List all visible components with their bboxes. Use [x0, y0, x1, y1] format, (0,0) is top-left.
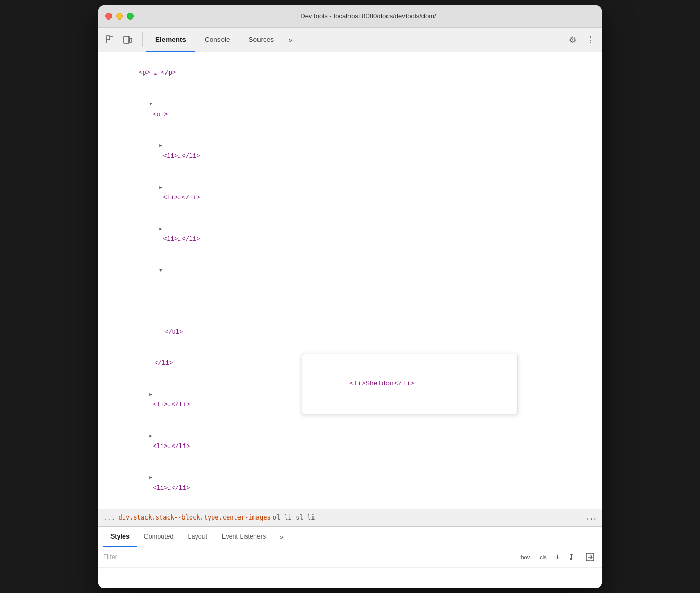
- dom-ellipsis: …: [150, 69, 161, 77]
- dom-tag: </li>: [181, 194, 200, 201]
- expand-triangle[interactable]: [149, 390, 152, 400]
- svg-rect-0: [106, 36, 110, 40]
- devtools-window: DevTools - localhost:8080/docs/devtools/…: [98, 5, 602, 588]
- breadcrumb-item-ol[interactable]: ol: [273, 514, 280, 521]
- breadcrumb-item-li2[interactable]: li: [307, 514, 315, 521]
- dom-tag: <li>: [149, 401, 168, 409]
- cursor-icon: [105, 35, 115, 44]
- dom-tag: <li>: [149, 443, 168, 450]
- dom-line[interactable]: <li>…</li>: [106, 172, 594, 213]
- sub-tab-layout[interactable]: Layout: [181, 527, 215, 547]
- main-tabs: Elements Console Sources »: [146, 27, 565, 52]
- tab-console[interactable]: Console: [195, 27, 240, 52]
- toolbar-icons: [102, 32, 135, 47]
- svg-rect-2: [130, 38, 132, 42]
- dom-line-editable[interactable]: <li>Sheldon</li>: [106, 255, 594, 317]
- dom-tag-open: <li>: [349, 380, 365, 387]
- filter-input[interactable]: [103, 553, 513, 561]
- more-options-button[interactable]: ⋮: [582, 32, 598, 47]
- filter-bar: :hov .cls +: [98, 547, 602, 568]
- dom-tag: <li>: [159, 236, 178, 243]
- traffic-lights: [105, 13, 134, 20]
- edit-popup[interactable]: <li>Sheldon</li>: [302, 354, 518, 414]
- breadcrumb-bar: ... div.stack.stack--block.type.center-i…: [98, 509, 602, 527]
- paint-brush-button[interactable]: [566, 550, 579, 564]
- paint-icon: [568, 553, 577, 561]
- more-tabs-button[interactable]: »: [283, 32, 298, 47]
- sub-tabs: Styles Computed Layout Event Listeners »: [98, 527, 602, 547]
- expand-triangle[interactable]: [159, 266, 162, 276]
- sub-tab-styles[interactable]: Styles: [103, 527, 137, 547]
- vertical-dots-icon: ⋮: [586, 35, 594, 45]
- dom-tag: </li>: [181, 236, 200, 243]
- dom-tag: </p>: [161, 69, 176, 77]
- dom-tag: </li>: [181, 153, 200, 160]
- inspect-element-button[interactable]: [102, 32, 118, 47]
- dom-line[interactable]: <li>…</li>: [106, 420, 594, 462]
- device-icon: [123, 35, 132, 44]
- dom-tag: <ul>: [149, 111, 168, 118]
- dom-tag-close: </li>: [394, 380, 414, 387]
- breadcrumb-item-li1[interactable]: li: [284, 514, 291, 521]
- dom-line[interactable]: </ul>: [106, 317, 594, 348]
- device-toolbar-button[interactable]: [120, 32, 135, 47]
- toolbar-divider: [142, 32, 143, 47]
- minimize-button[interactable]: [116, 13, 123, 20]
- sub-tab-computed[interactable]: Computed: [137, 527, 181, 547]
- devtools-toolbar: Elements Console Sources » ⚙ ⋮: [98, 28, 602, 52]
- dom-line[interactable]: <li>…</li>: [106, 462, 594, 504]
- breadcrumb-item-ul[interactable]: ul: [296, 514, 303, 521]
- dom-line[interactable]: <ul>: [106, 88, 594, 130]
- dom-tag: <p>: [139, 69, 150, 77]
- window-title: DevTools - localhost:8080/docs/devtools/…: [142, 12, 595, 20]
- settings-button[interactable]: ⚙: [565, 32, 580, 47]
- breadcrumb-more[interactable]: ...: [103, 514, 115, 522]
- expand-triangle[interactable]: [159, 182, 162, 193]
- gear-icon: ⚙: [569, 35, 576, 45]
- close-button[interactable]: [105, 13, 112, 20]
- svg-rect-1: [124, 36, 129, 43]
- titlebar: DevTools - localhost:8080/docs/devtools/…: [98, 5, 602, 28]
- expand-triangle[interactable]: [159, 224, 162, 234]
- dom-tag: </li>: [171, 443, 190, 450]
- tab-sources[interactable]: Sources: [240, 27, 284, 52]
- add-style-button[interactable]: +: [553, 551, 562, 563]
- dom-tag: </li>: [171, 485, 190, 492]
- sub-tab-event-listeners[interactable]: Event Listeners: [214, 527, 273, 547]
- edit-text: Sheldon: [365, 380, 394, 387]
- dom-line[interactable]: <p> … </p>: [106, 58, 594, 88]
- expand-triangle[interactable]: [159, 141, 162, 151]
- dom-tag: </li>: [154, 360, 173, 367]
- toolbar-right: ⚙ ⋮: [565, 32, 598, 47]
- hov-button[interactable]: :hov: [517, 553, 532, 561]
- edit-popup-content: <li>Sheldon</li>: [309, 380, 414, 398]
- cls-button[interactable]: .cls: [536, 553, 549, 561]
- dom-tree-area: <p> … </p> <ul> <li>…</li> <li>…</li> <l…: [98, 52, 602, 509]
- breadcrumb-trailing-dots[interactable]: ...: [585, 514, 597, 521]
- dom-tag: </li>: [171, 401, 190, 409]
- dom-line[interactable]: <li>…</li>: [106, 213, 594, 255]
- breadcrumb-path[interactable]: div.stack.stack--block.type.center-image…: [118, 514, 270, 521]
- expand-triangle[interactable]: [149, 99, 152, 109]
- dom-tag: <li>: [159, 194, 178, 201]
- arrow-icon: [586, 553, 594, 561]
- dom-line[interactable]: <li>…</li>: [106, 130, 594, 172]
- arrow-icon-button[interactable]: [583, 550, 597, 564]
- expand-triangle[interactable]: [149, 473, 152, 483]
- dom-tag: <li>: [159, 153, 178, 160]
- maximize-button[interactable]: [127, 13, 134, 20]
- styles-panel: Styles Computed Layout Event Listeners »…: [98, 527, 602, 588]
- expand-triangle[interactable]: [149, 431, 152, 441]
- tab-elements[interactable]: Elements: [146, 27, 195, 52]
- dom-tag: <li>: [149, 485, 168, 492]
- dom-tag: </ul>: [164, 329, 183, 336]
- more-sub-tabs-button[interactable]: »: [275, 530, 287, 543]
